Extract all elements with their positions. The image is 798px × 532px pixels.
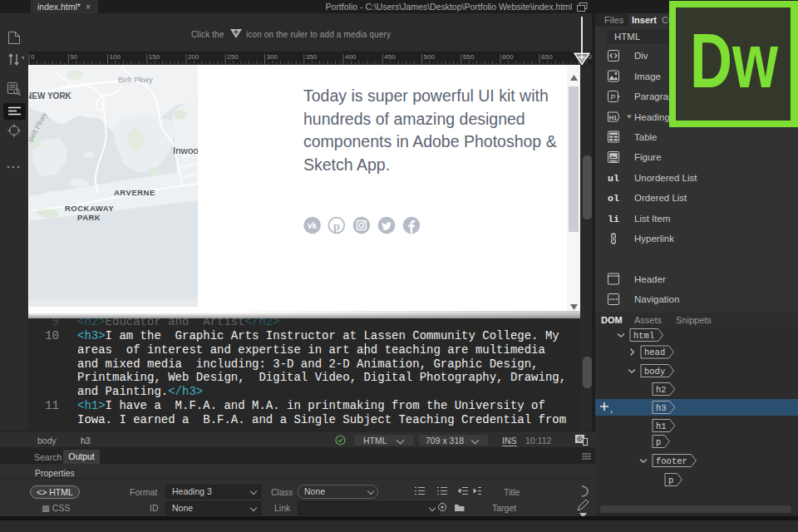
svg-text:vk: vk bbox=[308, 221, 318, 230]
svg-text:Table: Table bbox=[634, 132, 658, 142]
svg-text:500: 500 bbox=[424, 53, 436, 61]
svg-text:p: p bbox=[668, 475, 673, 485]
svg-text:600: 600 bbox=[502, 53, 514, 61]
svg-text:ul: ul bbox=[608, 173, 619, 184]
svg-text:450: 450 bbox=[384, 53, 396, 61]
svg-text:Image: Image bbox=[634, 71, 661, 81]
svg-text:ARVERNE: ARVERNE bbox=[114, 188, 155, 197]
svg-text:Ordered List: Ordered List bbox=[634, 193, 687, 203]
svg-text:footer: footer bbox=[656, 456, 687, 466]
svg-text:200: 200 bbox=[188, 53, 200, 61]
svg-text:p: p bbox=[656, 437, 661, 447]
svg-text:Dw: Dw bbox=[690, 17, 779, 104]
svg-text:Figure: Figure bbox=[634, 152, 662, 162]
svg-text:0: 0 bbox=[31, 53, 35, 61]
svg-text:NEW YORK: NEW YORK bbox=[29, 91, 72, 101]
svg-text:H1: H1 bbox=[609, 114, 618, 121]
svg-text:Hyperlink: Hyperlink bbox=[634, 234, 674, 244]
svg-text:,: , bbox=[610, 404, 613, 414]
svg-text:h3: h3 bbox=[656, 403, 667, 413]
svg-text:350: 350 bbox=[306, 53, 318, 61]
svg-text:ol: ol bbox=[608, 193, 619, 204]
svg-text:250: 250 bbox=[227, 53, 239, 61]
svg-text:P: P bbox=[610, 93, 615, 101]
svg-text:300: 300 bbox=[267, 53, 278, 61]
svg-text:head: head bbox=[644, 347, 665, 357]
svg-text:PARK: PARK bbox=[77, 213, 101, 222]
svg-text:Inwoo: Inwoo bbox=[173, 145, 198, 155]
svg-text:Belt Pkwy: Belt Pkwy bbox=[118, 75, 153, 84]
svg-text:ROCKAWAY: ROCKAWAY bbox=[65, 204, 114, 213]
svg-text:p: p bbox=[333, 219, 340, 233]
svg-text:Unordered List: Unordered List bbox=[634, 173, 697, 183]
svg-text:550: 550 bbox=[463, 53, 475, 61]
svg-text:h2: h2 bbox=[656, 385, 667, 395]
svg-text:Navigation: Navigation bbox=[634, 294, 679, 304]
svg-text:li: li bbox=[608, 214, 619, 224]
svg-text:h1: h1 bbox=[656, 421, 667, 431]
svg-text:650: 650 bbox=[541, 53, 553, 61]
svg-text:50: 50 bbox=[70, 53, 77, 61]
svg-text:Header: Header bbox=[634, 274, 666, 284]
svg-text:body: body bbox=[644, 367, 665, 377]
svg-text:Div: Div bbox=[634, 51, 648, 61]
svg-text:150: 150 bbox=[149, 53, 160, 61]
svg-text:100: 100 bbox=[110, 53, 121, 61]
svg-text:400: 400 bbox=[345, 53, 357, 61]
svg-text:List Item: List Item bbox=[634, 214, 670, 224]
svg-text:html: html bbox=[633, 331, 654, 341]
